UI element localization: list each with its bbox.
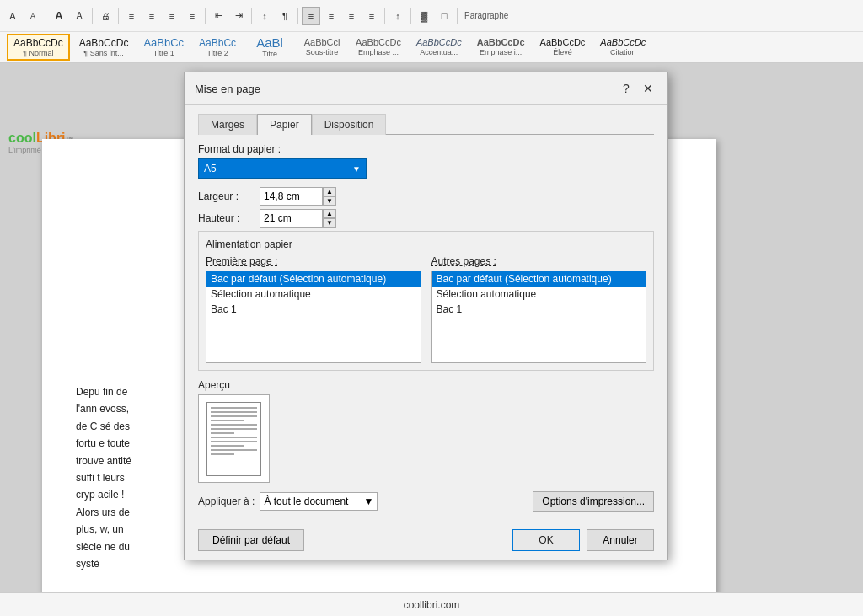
style-accentuation[interactable]: AaBbCcDc Accentua... bbox=[410, 34, 468, 61]
style-normal[interactable]: AaBbCcDc ¶ Normal bbox=[7, 34, 70, 61]
style-titre-label: Titre bbox=[262, 50, 277, 58]
preview-line-3 bbox=[211, 415, 257, 417]
status-text: coollibri.com bbox=[404, 599, 460, 611]
sep8 bbox=[410, 8, 411, 24]
align-justify[interactable]: ≡ bbox=[362, 7, 381, 25]
format-section: Format du papier : A5 ▼ bbox=[198, 143, 654, 179]
font-size-small[interactable]: A bbox=[24, 7, 42, 25]
autres-pages-col: Autres pages : Bac par défaut (Sélection… bbox=[432, 255, 647, 363]
hauteur-spin-down[interactable]: ▼ bbox=[323, 218, 336, 228]
list-bullet-1[interactable]: ≡ bbox=[122, 7, 141, 25]
borders[interactable]: □ bbox=[435, 7, 453, 25]
style-sans-int-label: ¶ Sans int... bbox=[83, 49, 123, 57]
preview-line-5 bbox=[211, 424, 257, 426]
toolbar-row1: A A A A 🖨 ≡ ≡ ≡ ≡ ⇤ ⇥ ↕ ¶ ≡ ≡ ≡ ≡ ↕ ▓ □ … bbox=[0, 0, 863, 32]
hauteur-spinners: ▲ ▼ bbox=[323, 209, 336, 228]
font-size-decrease[interactable]: A bbox=[3, 7, 22, 25]
apply-select[interactable]: À tout le document ▼ bbox=[260, 492, 378, 511]
align-left[interactable]: ≡ bbox=[302, 7, 320, 25]
hauteur-input[interactable] bbox=[260, 209, 323, 228]
style-accentuation-label: Accentua... bbox=[420, 48, 458, 56]
tab-papier[interactable]: Papier bbox=[257, 114, 312, 135]
style-titre1-label: Titre 1 bbox=[153, 49, 174, 57]
list-item-bac1-2[interactable]: Bac 1 bbox=[432, 302, 646, 317]
style-titre1[interactable]: AaBbCc Titre 1 bbox=[137, 34, 190, 61]
style-sous-titre-label: Sous-titre bbox=[306, 48, 339, 56]
sep7 bbox=[384, 8, 385, 24]
format-dropdown-arrow: ▼ bbox=[352, 164, 361, 174]
hauteur-input-container: ▲ ▼ bbox=[260, 209, 336, 228]
largeur-input-container: ▲ ▼ bbox=[260, 187, 336, 206]
preview-line-11 bbox=[211, 449, 257, 451]
hauteur-spin-up[interactable]: ▲ bbox=[323, 209, 336, 218]
hauteur-row: Hauteur : ▲ ▼ bbox=[198, 209, 654, 228]
style-citation[interactable]: AaBbCcDc Citation bbox=[594, 34, 651, 61]
premiere-page-listbox[interactable]: Bac par défaut (Sélection automatique) S… bbox=[206, 271, 421, 363]
font-a-large[interactable]: A bbox=[50, 7, 68, 25]
print-btn[interactable]: 🖨 bbox=[96, 7, 115, 25]
shading[interactable]: ▓ bbox=[415, 7, 433, 25]
bottom-row: Appliquer à : À tout le document ▼ Optio… bbox=[198, 491, 654, 512]
ok-button[interactable]: OK bbox=[512, 529, 580, 551]
indent-decrease[interactable]: ⇤ bbox=[209, 7, 228, 25]
apply-arrow-icon: ▼ bbox=[364, 495, 374, 507]
preview-section: Aperçu bbox=[198, 379, 654, 483]
list-numbered[interactable]: ≡ bbox=[163, 7, 181, 25]
style-citation-preview: AaBbCcDc bbox=[600, 38, 646, 47]
align-center[interactable]: ≡ bbox=[322, 7, 340, 25]
dialog-close-button[interactable]: ✕ bbox=[639, 79, 657, 98]
list-bullet-2[interactable]: ≡ bbox=[142, 7, 161, 25]
style-eleve-label: Élevé bbox=[553, 48, 572, 56]
annuler-button[interactable]: Annuler bbox=[587, 529, 654, 551]
format-value: A5 bbox=[204, 163, 217, 174]
style-titre[interactable]: AaBl Titre bbox=[245, 34, 294, 61]
alimentation-title: Alimentation papier bbox=[206, 238, 646, 250]
style-eleve-preview: AaBbCcDc bbox=[540, 38, 586, 47]
largeur-spin-down[interactable]: ▼ bbox=[323, 196, 336, 206]
preview-line-9 bbox=[211, 441, 257, 442]
largeur-input[interactable] bbox=[260, 187, 323, 206]
sep6 bbox=[297, 8, 298, 24]
options-impression-button[interactable]: Options d'impression... bbox=[533, 491, 654, 512]
largeur-spin-up[interactable]: ▲ bbox=[323, 187, 336, 196]
style-emphase[interactable]: AaBbCcDc Emphase ... bbox=[350, 34, 407, 61]
apply-value: À tout le document bbox=[264, 495, 348, 507]
styles-row: AaBbCcDc ¶ Normal AaBbCcDc ¶ Sans int...… bbox=[0, 32, 863, 62]
align-right[interactable]: ≡ bbox=[342, 7, 361, 25]
definir-defaut-button[interactable]: Définir par défaut bbox=[198, 529, 304, 551]
list-item-selection-auto-1[interactable]: Sélection automatique bbox=[206, 287, 421, 302]
list-item-bac1-1[interactable]: Bac 1 bbox=[206, 302, 421, 317]
list-item-selection-auto-2[interactable]: Sélection automatique bbox=[432, 287, 646, 302]
sep5 bbox=[251, 8, 252, 24]
format-dropdown[interactable]: A5 ▼ bbox=[198, 158, 367, 179]
list-outline[interactable]: ≡ bbox=[183, 7, 201, 25]
dialog-help-button[interactable]: ? bbox=[617, 79, 635, 98]
apply-label: Appliquer à : bbox=[198, 495, 255, 507]
style-titre2-preview: AaBbCc bbox=[199, 38, 236, 48]
indent-increase[interactable]: ⇥ bbox=[229, 7, 248, 25]
line-spacing[interactable]: ↕ bbox=[389, 7, 407, 25]
autres-pages-listbox[interactable]: Bac par défaut (Sélection automatique) S… bbox=[432, 271, 647, 363]
paragraph-section-label: Paragraphe bbox=[461, 11, 512, 20]
style-normal-label: ¶ Normal bbox=[23, 49, 53, 57]
style-eleve[interactable]: AaBbCcDc Élevé bbox=[534, 34, 592, 61]
paragraph-mark[interactable]: ¶ bbox=[276, 7, 294, 25]
style-emphase-i[interactable]: AaBbCcDc Emphase i... bbox=[471, 34, 531, 61]
list-item-bac-defaut-2[interactable]: Bac par défaut (Sélection automatique) bbox=[432, 271, 646, 287]
format-label: Format du papier : bbox=[198, 143, 654, 155]
style-sans-int[interactable]: AaBbCcDc ¶ Sans int... bbox=[73, 34, 135, 61]
sep3 bbox=[118, 8, 119, 24]
sep4 bbox=[205, 8, 206, 24]
tab-disposition[interactable]: Disposition bbox=[312, 114, 387, 135]
font-a-small[interactable]: A bbox=[70, 7, 88, 25]
footer-right: OK Annuler bbox=[512, 529, 654, 551]
tab-marges[interactable]: Marges bbox=[198, 114, 257, 135]
largeur-label: Largeur : bbox=[198, 190, 253, 202]
style-sous-titre[interactable]: AaBbCcl Sous-titre bbox=[297, 34, 346, 61]
style-titre2[interactable]: AaBbCc Titre 2 bbox=[193, 34, 242, 61]
preview-line-1 bbox=[211, 407, 257, 409]
list-item-bac-defaut-1[interactable]: Bac par défaut (Sélection automatique) bbox=[206, 271, 421, 287]
hauteur-label: Hauteur : bbox=[198, 212, 253, 224]
style-emphase-i-label: Emphase i... bbox=[480, 48, 522, 56]
sort[interactable]: ↕ bbox=[255, 7, 274, 25]
